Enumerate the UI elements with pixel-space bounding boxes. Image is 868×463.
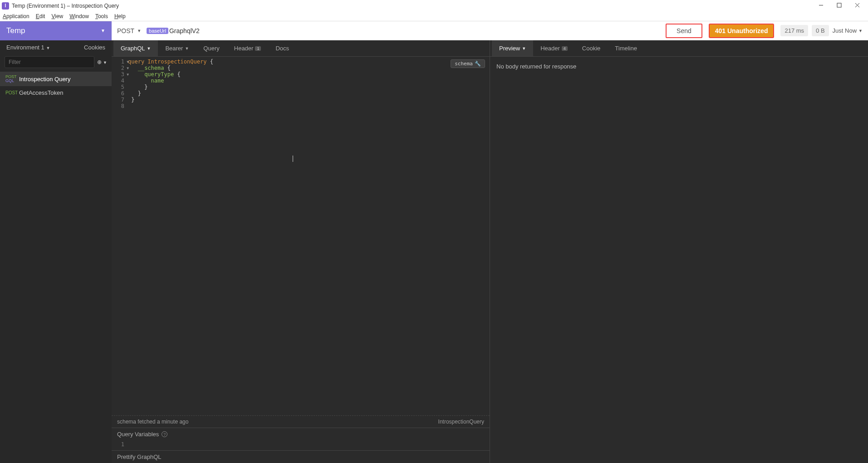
method-selector[interactable]: POST ▼ bbox=[117, 27, 141, 34]
sidebar: Environment 1 ▼ Cookies ⊕ ▼ POSTGQLIntro… bbox=[0, 40, 112, 463]
tab-cookie[interactable]: Cookie bbox=[575, 40, 608, 56]
send-button[interactable]: Send bbox=[666, 24, 702, 38]
schema-button[interactable]: schema 🔧 bbox=[451, 59, 485, 68]
menu-bar: Application Edit View Window Tools Help bbox=[0, 11, 868, 21]
prettify-button[interactable]: Prettify GraphQL bbox=[112, 450, 490, 463]
app-icon: I bbox=[2, 2, 9, 10]
query-variables-header[interactable]: Query Variables ? bbox=[112, 428, 490, 440]
request-editor-pane: GraphQL ▼ Bearer ▼ Query Header 1 Docs s… bbox=[112, 40, 490, 463]
sidebar-filter-input[interactable] bbox=[5, 56, 94, 68]
fold-toggle-icon[interactable]: ▼ bbox=[127, 60, 129, 64]
chevron-down-icon: ▼ bbox=[147, 46, 151, 51]
request-name: Introspection Query bbox=[19, 76, 70, 83]
tab-header[interactable]: Header 1 bbox=[227, 40, 269, 56]
response-pane: Preview ▼ Header 4 Cookie Timeline No bo… bbox=[490, 40, 868, 463]
tab-graphql[interactable]: GraphQL ▼ bbox=[113, 40, 158, 56]
chevron-down-icon: ▼ bbox=[137, 29, 141, 33]
window-minimize-button[interactable] bbox=[812, 2, 830, 9]
workspace-selector[interactable]: Temp ▼ bbox=[0, 21, 112, 40]
query-variables-editor[interactable]: 1 bbox=[112, 440, 490, 450]
window-titlebar: I Temp (Environment 1) – Introspection Q… bbox=[0, 0, 868, 11]
request-name: GetAccessToken bbox=[19, 89, 64, 96]
window-title: Temp (Environment 1) – Introspection Que… bbox=[12, 3, 812, 9]
response-status-badge: 401 Unauthorized bbox=[709, 24, 775, 38]
method-tag: POST bbox=[5, 91, 19, 95]
code-editor[interactable]: schema 🔧 1▼query IntrospectionQuery {2▼ … bbox=[112, 57, 490, 415]
schema-status: schema fetched a minute ago bbox=[117, 419, 188, 425]
help-icon[interactable]: ? bbox=[162, 431, 167, 437]
tab-docs[interactable]: Docs bbox=[268, 40, 296, 56]
url-input[interactable]: GraphqlV2 bbox=[169, 27, 200, 34]
menu-help[interactable]: Help bbox=[114, 13, 126, 19]
header-count-badge: 1 bbox=[255, 46, 261, 51]
chevron-down-icon: ▼ bbox=[185, 46, 189, 51]
menu-edit[interactable]: Edit bbox=[36, 13, 45, 19]
fold-toggle-icon[interactable]: ▼ bbox=[127, 66, 129, 70]
svg-rect-0 bbox=[837, 3, 841, 7]
menu-application[interactable]: Application bbox=[3, 13, 29, 19]
window-close-button[interactable] bbox=[848, 2, 866, 9]
tab-bearer[interactable]: Bearer ▼ bbox=[158, 40, 196, 56]
wrench-icon: 🔧 bbox=[475, 61, 481, 67]
sidebar-request-item[interactable]: POSTGQLIntrospection Query bbox=[0, 72, 112, 86]
response-time-badge: 217 ms bbox=[780, 25, 808, 36]
response-size-badge: 0 B bbox=[812, 25, 829, 36]
tab-preview[interactable]: Preview ▼ bbox=[492, 40, 533, 56]
fold-toggle-icon[interactable]: ▼ bbox=[127, 73, 129, 77]
response-body: No body returned for response bbox=[490, 57, 868, 463]
workspace-name: Temp bbox=[6, 26, 25, 35]
history-dropdown[interactable]: Just Now ▼ bbox=[833, 27, 863, 34]
environment-selector[interactable]: Environment 1 ▼ bbox=[6, 44, 84, 51]
menu-tools[interactable]: Tools bbox=[95, 13, 108, 19]
text-cursor bbox=[293, 156, 293, 162]
baseurl-tag: baseUrl bbox=[147, 28, 168, 34]
sidebar-add-button[interactable]: ⊕ ▼ bbox=[97, 59, 107, 65]
method-tag: POSTGQL bbox=[5, 75, 19, 83]
main-area: Environment 1 ▼ Cookies ⊕ ▼ POSTGQLIntro… bbox=[0, 40, 868, 463]
chevron-down-icon: ▼ bbox=[858, 29, 863, 33]
sidebar-request-item[interactable]: POSTGetAccessToken bbox=[0, 86, 112, 99]
cookies-button[interactable]: Cookies bbox=[84, 44, 105, 51]
tab-timeline[interactable]: Timeline bbox=[608, 40, 644, 56]
chevron-down-icon: ▼ bbox=[522, 46, 526, 51]
chevron-down-icon: ▼ bbox=[101, 28, 105, 33]
operation-name: IntrospectionQuery bbox=[438, 419, 484, 425]
chevron-down-icon: ▼ bbox=[46, 46, 50, 50]
request-bar: Temp ▼ POST ▼ baseUrl GraphqlV2 Send 401… bbox=[0, 21, 868, 40]
window-maximize-button[interactable] bbox=[830, 2, 848, 9]
editor-status-line: schema fetched a minute ago Introspectio… bbox=[112, 415, 490, 428]
header-count-badge: 4 bbox=[562, 46, 568, 51]
menu-view[interactable]: View bbox=[51, 13, 63, 19]
tab-resp-header[interactable]: Header 4 bbox=[533, 40, 575, 56]
request-tabs: GraphQL ▼ Bearer ▼ Query Header 1 Docs bbox=[112, 40, 490, 57]
menu-window[interactable]: Window bbox=[69, 13, 89, 19]
response-tabs: Preview ▼ Header 4 Cookie Timeline bbox=[490, 40, 868, 57]
tab-query[interactable]: Query bbox=[196, 40, 226, 56]
